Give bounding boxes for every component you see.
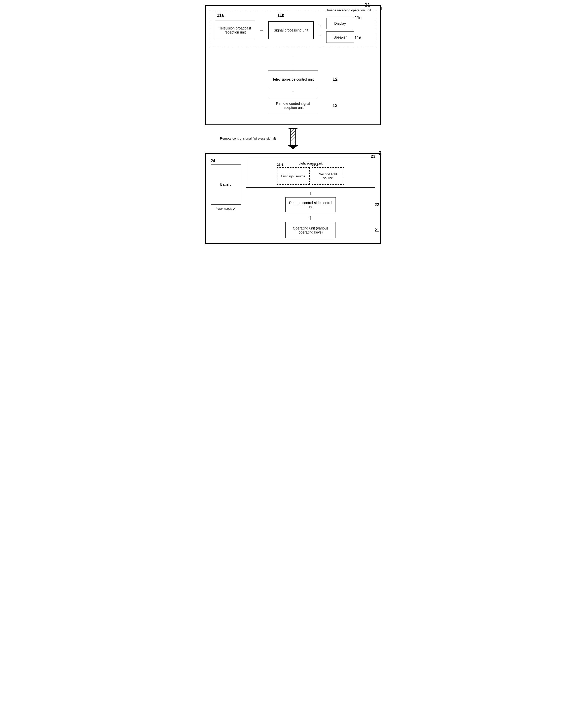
tv-reception-text: Television broadcast reception unit <box>218 26 252 34</box>
remote-reception-text: Remote control signal reception unit <box>271 102 315 109</box>
wireless-label: Remote control signal (wireless signal) <box>220 136 276 140</box>
remote-control-side-container: Remote control-side control unit 22 <box>246 197 375 212</box>
double-arrow-area: ↑ ↓ <box>211 56 375 70</box>
speaker-text: Speaker <box>334 35 347 39</box>
label-23-2: 23-2 <box>312 163 318 167</box>
second-light-block: Second light source <box>312 167 344 185</box>
power-supply-row: Power supply ↓ <box>216 205 236 211</box>
label-11: 11 <box>365 2 370 8</box>
label-11a: 11a <box>217 13 224 18</box>
power-arrow-icon: ↓ <box>232 205 237 211</box>
arrow-to-speaker-row: → <box>317 32 322 37</box>
arrow-to-speaker: → <box>317 32 322 37</box>
label-11c: 11c <box>355 16 362 20</box>
image-receiving-box: Image receiving operation unit 11a Telev… <box>211 11 375 48</box>
power-supply-label: Power supply <box>216 207 232 210</box>
battery-col: 24 Battery Power supply ↓ <box>211 159 241 211</box>
speaker-block: Speaker <box>326 31 354 43</box>
remote-right-col: 23 Light source unit 23-1 First light so… <box>246 159 375 238</box>
svg-marker-3 <box>288 128 298 129</box>
label-13: 13 <box>332 103 338 108</box>
signal-processing-text: Signal processing unit <box>274 28 308 32</box>
label-23: 23 <box>371 154 375 159</box>
label-22: 22 <box>375 203 379 207</box>
light-source-outer-box: Light source unit 23-1 First light sourc… <box>246 159 375 188</box>
second-light-container: 23-2 Second light source <box>312 167 344 185</box>
svg-marker-2 <box>288 145 298 149</box>
tv-control-block: Television-side control unit <box>268 71 318 88</box>
tv-outer-box: 11 Image receiving operation unit 11a Te… <box>205 5 381 125</box>
display-block: Display <box>326 18 354 29</box>
light-source-label: Light source unit <box>249 161 373 165</box>
label-11b: 11b <box>277 13 285 18</box>
tv-control-text: Television-side control unit <box>272 77 314 81</box>
operating-unit-block: Operating unit (various operating keys) <box>286 222 336 238</box>
operating-unit-container: Operating unit (various operating keys) … <box>246 222 375 238</box>
tv-control-container: Television-side control unit 12 <box>211 71 375 88</box>
hatched-arrow-svg <box>287 128 299 150</box>
first-light-text: First light source <box>281 174 305 178</box>
light-sources-row: 23-1 First light source 23-2 Second ligh… <box>249 167 373 185</box>
tv-reception-block: Television broadcast reception unit <box>215 20 255 40</box>
light-source-container: 23 Light source unit 23-1 First light so… <box>246 159 375 188</box>
arrow-up-to-remote-side: ↑ <box>309 215 312 221</box>
display-speaker-col: 11c Display 11d Speaker <box>326 18 354 43</box>
operating-unit-text: Operating unit (various operating keys) <box>289 226 332 234</box>
arrow-up-connector: ↑ <box>292 89 294 96</box>
display-text: Display <box>334 21 346 25</box>
label-11d: 11d <box>354 36 362 40</box>
image-receiving-label: Image receiving operation unit <box>326 8 372 12</box>
remote-outer-box: 2 24 Battery Power supply ↓ 23 <box>205 153 381 244</box>
remote-control-side-text: Remote control-side control unit <box>289 201 332 209</box>
arrow-up-light: ↑ <box>309 190 312 196</box>
svg-rect-1 <box>291 129 295 145</box>
remote-reception-block: Remote control signal reception unit <box>268 97 318 115</box>
first-light-block: First light source <box>277 167 310 185</box>
arrow-to-signal: → <box>259 27 265 33</box>
arrow-up-to-light: ↑ <box>309 190 312 196</box>
wireless-area: Remote control signal (wireless signal) <box>205 128 381 150</box>
arrow-up-remote-side: ↑ <box>309 215 312 221</box>
arrow-to-display: → <box>317 23 322 29</box>
arrow-to-display-row: → <box>317 23 322 29</box>
remote-control-side-block: Remote control-side control unit <box>286 197 336 212</box>
battery-text: Battery <box>220 182 231 186</box>
arrow-up-area: ↑ <box>211 89 375 96</box>
first-light-container: 23-1 First light source <box>277 167 310 185</box>
double-arrow: ↑ ↓ <box>292 56 294 70</box>
remote-reception-container: Remote control signal reception unit 13 <box>211 97 375 115</box>
remote-interior: 24 Battery Power supply ↓ 23 Light sourc… <box>211 159 375 238</box>
arrow-up: ↑ <box>292 56 294 61</box>
signal-processing-block: Signal processing unit <box>268 21 314 39</box>
arrow-down: ↓ <box>292 64 294 70</box>
split-arrow-area: → → <box>317 23 322 37</box>
label-24: 24 <box>211 159 215 163</box>
label-23-1: 23-1 <box>277 163 284 167</box>
second-light-text: Second light source <box>315 172 341 180</box>
battery-block: Battery <box>211 164 241 204</box>
label-2: 2 <box>379 150 381 156</box>
label-12: 12 <box>332 77 338 82</box>
label-21: 21 <box>375 228 379 232</box>
